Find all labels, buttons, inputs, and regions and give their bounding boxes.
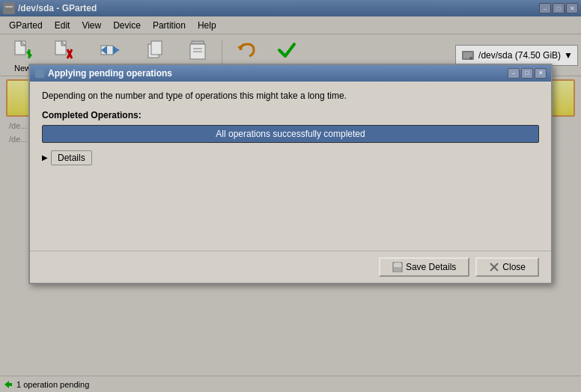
dialog-controls[interactable]: – □ ✕ — [508, 68, 547, 79]
close-label: Close — [502, 262, 526, 272]
dialog-title-icon — [34, 68, 45, 79]
details-button[interactable]: Details — [51, 150, 92, 165]
dialog-title: Applying pending operations — [48, 68, 172, 79]
save-details-label: Save Details — [406, 262, 456, 272]
svg-rect-26 — [395, 263, 401, 266]
dialog-maximize-button[interactable]: □ — [521, 68, 533, 79]
svg-rect-27 — [394, 267, 401, 272]
close-icon — [489, 262, 499, 272]
dialog-spacer — [42, 167, 539, 242]
dialog-footer: Save Details Close — [30, 251, 551, 283]
dialog-close-button[interactable]: ✕ — [535, 68, 547, 79]
dialog-description: Depending on the number and type of oper… — [42, 91, 539, 101]
save-details-icon — [392, 262, 403, 272]
details-label: Details — [58, 153, 85, 163]
modal-overlay: Applying pending operations – □ ✕ Depend… — [0, 0, 581, 392]
dialog-body: Depending on the number and type of oper… — [30, 82, 551, 251]
close-button[interactable]: Close — [475, 257, 539, 277]
completed-label: Completed Operations: — [42, 110, 539, 120]
details-toggle[interactable]: ▶ — [42, 153, 48, 162]
details-row: ▶ Details — [42, 149, 539, 167]
dialog-title-left: Applying pending operations — [34, 68, 172, 79]
progress-text: All operations successfully completed — [216, 129, 365, 139]
dialog-title-bar: Applying pending operations – □ ✕ — [30, 65, 551, 82]
dialog-minimize-button[interactable]: – — [508, 68, 520, 79]
progress-bar: All operations successfully completed — [42, 125, 539, 143]
svg-rect-24 — [35, 69, 44, 78]
save-details-button[interactable]: Save Details — [379, 257, 469, 277]
dialog-applying: Applying pending operations – □ ✕ Depend… — [28, 64, 553, 284]
